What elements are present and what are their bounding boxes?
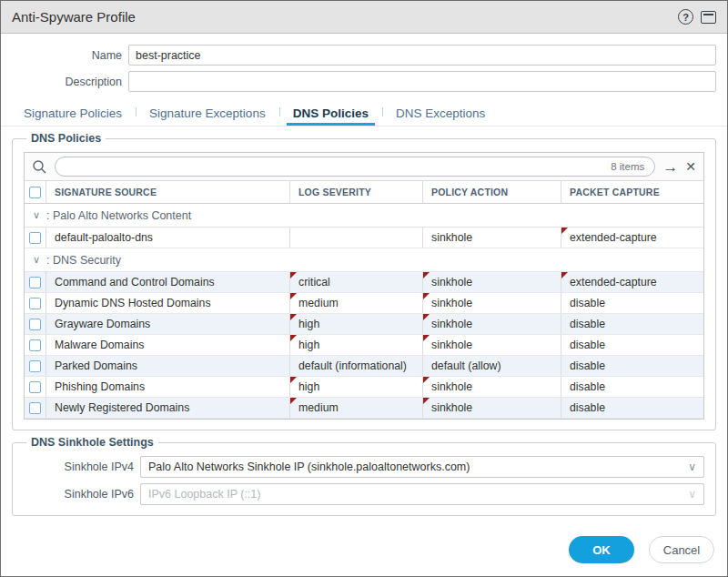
tab-bar: Signature Policies Signature Exceptions … [1, 101, 727, 127]
cell-policy-action: default (allow) [423, 356, 561, 376]
override-flag-icon [290, 314, 297, 320]
description-input[interactable] [128, 71, 716, 92]
chevron-down-icon: ∨ [688, 461, 696, 473]
cell-packet-capture: disable [561, 293, 703, 313]
table-row[interactable]: Command and Control Domainscriticalsinkh… [25, 272, 703, 293]
row-checkbox[interactable] [29, 360, 41, 372]
select-all-checkbox[interactable] [29, 187, 41, 198]
override-flag-icon [423, 398, 430, 404]
table-row[interactable]: Malware Domainshighsinkholedisable [25, 335, 703, 356]
override-flag-icon [423, 314, 430, 320]
tab-dns-policies[interactable]: DNS Policies [279, 101, 382, 126]
cell-policy-action: sinkhole [423, 314, 561, 334]
cell-log-severity: critical [290, 272, 423, 292]
override-flag-icon [290, 293, 297, 299]
items-count-badge: 8 items [611, 161, 644, 172]
search-icon [32, 159, 47, 175]
apply-filter-icon[interactable]: → [662, 159, 678, 175]
cell-log-severity: medium [290, 293, 423, 313]
dns-policies-legend: DNS Policies [26, 132, 106, 145]
override-flag-icon [423, 377, 430, 383]
table-header: SIGNATURE SOURCE LOG SEVERITY POLICY ACT… [25, 181, 703, 204]
chevron-down-icon[interactable]: ∨ [33, 209, 40, 221]
override-flag-icon [290, 377, 297, 383]
cell-packet-capture: disable [561, 335, 703, 355]
cell-signature-source: Parked Domains [46, 356, 290, 376]
dns-sinkhole-settings-section: DNS Sinkhole Settings Sinkhole IPv4 Palo… [12, 436, 716, 516]
sinkhole-ipv4-row: Sinkhole IPv4 Palo Alto Networks Sinkhol… [24, 456, 704, 478]
override-flag-icon [290, 398, 297, 404]
row-checkbox[interactable] [29, 402, 41, 414]
cell-signature-source: Phishing Domains [46, 377, 290, 397]
titlebar-icons: ? [678, 9, 716, 25]
row-checkbox[interactable] [29, 339, 41, 351]
dialog-footer: OK Cancel [1, 536, 727, 576]
override-flag-icon [423, 272, 430, 278]
chevron-down-icon[interactable]: ∨ [33, 254, 40, 266]
description-label: Description [12, 76, 128, 88]
cell-signature-source: Newly Registered Domains [46, 398, 290, 418]
column-header-log-severity[interactable]: LOG SEVERITY [290, 181, 423, 203]
column-header-packet-capture[interactable]: PACKET CAPTURE [561, 181, 703, 203]
dns-policies-section: DNS Policies 8 items → ✕ SIGNATURE SOURC… [12, 132, 716, 430]
override-flag-icon [423, 335, 430, 341]
row-checkbox[interactable] [29, 232, 41, 244]
sinkhole-ipv6-label: Sinkhole IPv6 [24, 488, 140, 501]
row-checkbox[interactable] [29, 319, 41, 330]
override-flag-icon [290, 272, 297, 278]
cell-log-severity: high [290, 377, 423, 397]
sinkhole-ipv4-label: Sinkhole IPv4 [24, 461, 140, 473]
table-row[interactable]: Parked Domainsdefault (informational)def… [25, 356, 703, 377]
cell-log-severity: default (informational) [290, 356, 423, 376]
help-icon[interactable]: ? [678, 9, 693, 25]
group-row[interactable]: ∨Palo Alto Networks Content [25, 204, 703, 228]
cell-signature-source: default-paloalto-dns [46, 228, 290, 248]
row-checkbox[interactable] [29, 298, 41, 309]
clear-filter-icon[interactable]: ✕ [685, 160, 696, 173]
cell-packet-capture: extended-capture [561, 272, 703, 292]
cell-signature-source: Grayware Domains [46, 314, 290, 334]
chevron-down-icon: ∨ [688, 488, 696, 501]
description-row: Description [12, 71, 716, 92]
tab-signature-policies[interactable]: Signature Policies [10, 101, 136, 126]
cell-signature-source: Dynamic DNS Hosted Domains [46, 293, 290, 313]
group-row[interactable]: ∨DNS Security [25, 248, 703, 272]
cell-packet-capture: disable [561, 314, 703, 334]
profile-form: Name Description [1, 34, 727, 101]
cell-packet-capture: disable [561, 377, 703, 397]
cell-packet-capture: disable [561, 398, 703, 418]
row-checkbox[interactable] [29, 381, 41, 393]
cell-policy-action: sinkhole [423, 377, 561, 397]
override-flag-icon [290, 335, 297, 341]
cell-signature-source: Command and Control Domains [46, 272, 290, 292]
cell-policy-action: sinkhole [423, 228, 561, 248]
cancel-button[interactable]: Cancel [649, 536, 714, 563]
cell-policy-action: sinkhole [423, 272, 561, 292]
maximize-icon[interactable] [701, 11, 716, 24]
override-flag-icon [561, 228, 568, 234]
ok-button[interactable]: OK [569, 536, 634, 563]
group-name: DNS Security [46, 254, 121, 267]
search-input[interactable]: 8 items [55, 157, 655, 177]
table-row[interactable]: Newly Registered Domainsmediumsinkholedi… [25, 398, 703, 419]
tab-dns-exceptions[interactable]: DNS Exceptions [382, 101, 499, 126]
name-label: Name [12, 49, 128, 62]
cell-log-severity [290, 228, 423, 248]
table-row[interactable]: Phishing Domainshighsinkholedisable [25, 377, 703, 398]
table-row[interactable]: Grayware Domainshighsinkholedisable [25, 314, 703, 335]
dns-sinkhole-settings-legend: DNS Sinkhole Settings [26, 436, 158, 449]
table-row[interactable]: Dynamic DNS Hosted Domainsmediumsinkhole… [25, 293, 703, 314]
sinkhole-ipv6-value: IPv6 Loopback IP (::1) [148, 488, 260, 501]
row-checkbox[interactable] [29, 277, 41, 288]
cell-signature-source: Malware Domains [46, 335, 290, 355]
table-row[interactable]: default-paloalto-dnssinkholeextended-cap… [25, 228, 703, 248]
sinkhole-ipv4-value: Palo Alto Networks Sinkhole IP (sinkhole… [148, 461, 470, 473]
sinkhole-ipv4-select[interactable]: Palo Alto Networks Sinkhole IP (sinkhole… [140, 456, 704, 478]
tab-signature-exceptions[interactable]: Signature Exceptions [136, 101, 279, 126]
column-header-signature-source[interactable]: SIGNATURE SOURCE [46, 181, 290, 203]
dns-policies-table-body: ∨Palo Alto Networks Contentdefault-paloa… [25, 204, 703, 419]
name-input[interactable] [128, 45, 716, 66]
column-header-policy-action[interactable]: POLICY ACTION [423, 181, 561, 203]
anti-spyware-profile-dialog: Anti-Spyware Profile ? Name Description … [0, 0, 728, 577]
group-name: Palo Alto Networks Content [46, 209, 191, 222]
